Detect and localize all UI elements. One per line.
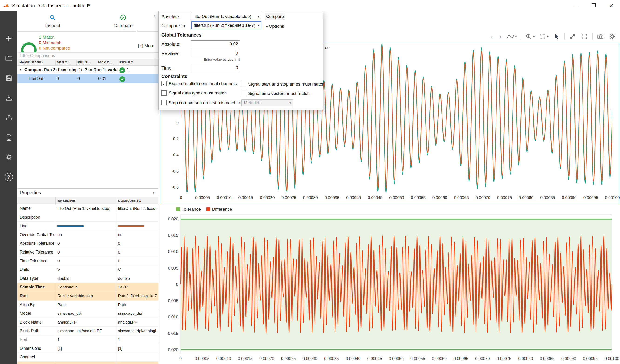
time-tolerance-input[interactable] xyxy=(191,64,240,71)
export-icon[interactable] xyxy=(5,113,13,122)
legend-swatch xyxy=(176,208,180,211)
open-folder-icon[interactable] xyxy=(5,54,13,62)
checkbox-time-vectors[interactable]: Signal time vectors must match xyxy=(241,91,310,96)
compare-to-dropdown[interactable]: filterOut (Run 2: fixed-step 1e-7) ▾ xyxy=(191,21,262,29)
maximize-button[interactable] xyxy=(585,0,602,11)
comparison-group-row[interactable]: ▾ Compare Run 2: fixed-step 1e-7 to Run … xyxy=(17,66,158,75)
signal-trace-icon[interactable] xyxy=(507,32,515,41)
property-row[interactable]: Dimensions[1][1] xyxy=(17,344,158,353)
filter-comparisons-input[interactable] xyxy=(17,53,158,59)
relative-tolerance-input[interactable] xyxy=(191,50,240,57)
legend-label: Tolerance xyxy=(182,207,201,212)
tab-inspect-label: Inspect xyxy=(45,23,60,28)
baseline-dropdown[interactable]: filterOut (Run 1: variable-step) ▾ xyxy=(191,13,262,20)
more-link[interactable]: [+] More xyxy=(138,43,155,48)
report-icon[interactable] xyxy=(5,133,13,142)
absolute-tolerance-input[interactable] xyxy=(191,41,240,47)
property-row[interactable]: Port11 xyxy=(17,335,158,344)
property-row[interactable]: Modelsimscape_dpisimscape_dpi xyxy=(17,309,158,318)
settings-gear-icon[interactable] xyxy=(5,153,13,161)
dropdown-caret-icon: ▾ xyxy=(256,24,261,27)
checkbox-expand-multidimensional[interactable]: ✓ Expand multidimensional channels xyxy=(161,81,237,86)
properties-collapse-icon[interactable]: ▾ xyxy=(153,190,155,195)
property-baseline-value xyxy=(55,353,116,362)
absolute-label: Absolute: xyxy=(161,42,180,47)
col-max-diff[interactable]: MAX D... xyxy=(98,60,112,64)
property-row[interactable]: Sample TimeContinuous1e-07 xyxy=(17,283,158,292)
expand-axes-icon[interactable] xyxy=(569,32,576,41)
plot-toolbar: ‹ › ▾ ▾ ▾ xyxy=(490,32,616,41)
zoom-menu-caret[interactable]: ▾ xyxy=(533,35,535,38)
checkbox-stop-on-first-mismatch[interactable]: Stop comparison on first mismatch of: xyxy=(161,100,243,105)
property-baseline-value: no xyxy=(55,230,116,239)
col-rel-tol[interactable]: REL T... xyxy=(78,60,90,64)
plot-settings-gear-icon[interactable] xyxy=(608,32,616,41)
col-name-base[interactable]: NAME (BASE) xyxy=(19,60,43,64)
col-abs-tol[interactable]: ABS T... xyxy=(57,60,70,64)
expander-icon[interactable]: ▾ xyxy=(20,67,22,72)
comparison-signal-row[interactable]: filterOut 0 0 0.01 xyxy=(17,75,158,83)
property-row[interactable]: Absolute Tolerance00 xyxy=(17,239,158,248)
property-label: Sample Time xyxy=(17,283,55,291)
checkbox-box[interactable] xyxy=(161,100,167,105)
compare-button[interactable]: Compare xyxy=(265,13,285,20)
property-row[interactable] xyxy=(17,362,158,364)
help-icon[interactable]: ? xyxy=(5,173,13,181)
close-button[interactable]: × xyxy=(602,0,620,11)
property-label: Data Type xyxy=(17,274,55,283)
svg-text:0.00055: 0.00055 xyxy=(411,195,425,200)
property-row[interactable]: Line xyxy=(17,222,158,230)
pointer-icon[interactable] xyxy=(553,32,560,41)
snapshot-camera-icon[interactable] xyxy=(596,32,604,41)
checkbox-box-checked[interactable]: ✓ xyxy=(161,81,167,86)
property-row[interactable]: Relative Tolerance00 xyxy=(17,248,158,257)
col-result[interactable]: RESULT xyxy=(119,60,133,64)
svg-text:0.00055: 0.00055 xyxy=(410,356,425,361)
import-icon[interactable] xyxy=(5,94,13,102)
zoom-region-icon[interactable] xyxy=(539,32,546,41)
property-row[interactable]: Description xyxy=(17,213,158,222)
svg-text:0.00015: 0.00015 xyxy=(238,356,252,361)
checkbox-box[interactable] xyxy=(161,91,167,96)
zoom-icon[interactable] xyxy=(525,32,533,41)
fit-to-view-icon[interactable] xyxy=(580,32,588,41)
checkbox-box[interactable] xyxy=(241,91,246,96)
prev-view-icon[interactable]: ‹ xyxy=(490,33,494,40)
legend-label: Difference xyxy=(212,207,232,212)
property-row[interactable]: Override Global Tolernono xyxy=(17,230,158,239)
property-row[interactable]: Align ByPathPath xyxy=(17,301,158,309)
add-icon[interactable] xyxy=(5,34,13,43)
property-row[interactable]: RunRun 1: variable-stepRun 2: fixed-step… xyxy=(17,292,158,301)
svg-text:0.00025: 0.00025 xyxy=(281,195,296,200)
tab-inspect[interactable]: Inspect xyxy=(17,11,88,31)
minimize-button[interactable]: ─ xyxy=(567,0,585,11)
signal-trace-menu-caret[interactable]: ▾ xyxy=(515,35,517,38)
difference-plot[interactable]: 00.000050.000100.000150.000200.000250.00… xyxy=(160,213,618,363)
properties-bar[interactable]: Properties ▾ xyxy=(17,188,158,197)
property-row[interactable]: Block NameanalogLPFanalogLPF xyxy=(17,318,158,327)
checkbox-box[interactable] xyxy=(241,82,246,87)
property-label: Model xyxy=(17,309,55,318)
save-icon[interactable] xyxy=(5,74,13,82)
zoom-region-menu-caret[interactable]: ▾ xyxy=(547,35,549,38)
property-label: Block Path xyxy=(17,327,55,335)
options-caret-icon: ▾ xyxy=(266,25,268,28)
options-toggle[interactable]: ▾Options xyxy=(266,24,284,29)
property-row[interactable]: UnitsVV xyxy=(17,265,158,274)
property-row[interactable]: NamefilterOut (Run 1: variable-step)filt… xyxy=(17,204,158,213)
svg-text:0.00005: 0.00005 xyxy=(195,356,209,361)
checkbox-start-stop-times[interactable]: Signal start and stop times must match xyxy=(241,82,324,87)
checkbox-data-types[interactable]: Signal data types must match xyxy=(161,91,227,96)
property-row[interactable]: Channel xyxy=(17,353,158,362)
property-row[interactable]: Time Tolerance00 xyxy=(17,257,158,266)
property-row[interactable]: Data Typedoubledouble xyxy=(17,274,158,283)
tab-compare[interactable]: Compare xyxy=(88,11,158,31)
svg-text:-0.8: -0.8 xyxy=(172,185,179,190)
titlebar: Simulation Data Inspector - untitled* ─ … xyxy=(0,0,620,11)
collapse-panel-icon[interactable]: ‹ xyxy=(153,13,155,19)
property-row[interactable]: Block Pathsimscape_dpi/analogLPFsimscape… xyxy=(17,327,158,335)
next-view-icon[interactable]: › xyxy=(498,33,503,40)
property-label: Align By xyxy=(17,301,55,309)
svg-text:0.00060: 0.00060 xyxy=(432,356,447,361)
difference-chart[interactable]: ToleranceDifference 00.000050.000100.000… xyxy=(160,206,619,363)
